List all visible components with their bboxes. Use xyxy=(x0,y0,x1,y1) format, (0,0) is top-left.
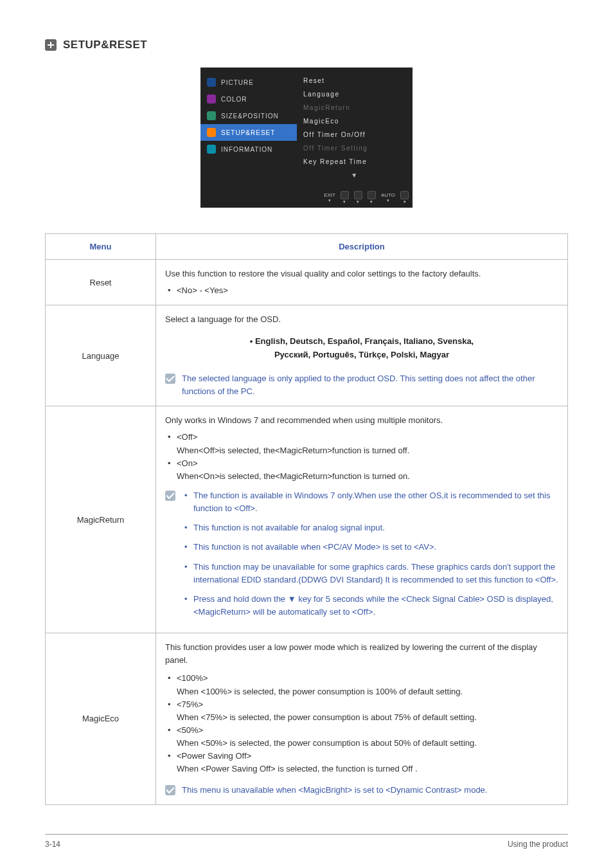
osd-left-label: INFORMATION xyxy=(221,146,272,153)
mr-off-label: <Off> xyxy=(177,431,558,444)
magiceco-option-label: <Power Saving Off> xyxy=(177,750,558,763)
mr-on-label: <On> xyxy=(177,457,558,470)
language-list-1: • English, Deutsch, Español, Français, I… xyxy=(165,335,558,348)
footer-right: Using the product xyxy=(508,840,568,849)
menu-magicreturn: MagicReturn xyxy=(46,406,156,633)
reset-intro: Use this function to restore the visual … xyxy=(165,267,558,280)
mr-on-desc: When<On>is selected, the<MagicReturn>fun… xyxy=(177,470,558,483)
desc-reset: Use this function to restore the visual … xyxy=(156,260,568,305)
osd-category-icon xyxy=(207,78,216,87)
osd-right-item: MagicReturn xyxy=(297,101,413,114)
osd-left-label: SIZE&POSITION xyxy=(221,113,279,120)
magiceco-option: <Power Saving Off>When <Power Saving Off… xyxy=(165,750,558,775)
magicreturn-intro: Only works in Windows 7 and recommended … xyxy=(165,414,558,427)
desc-language: Select a language for the OSD. • English… xyxy=(156,305,568,406)
section-heading: SETUP&RESET xyxy=(45,39,568,51)
osd-right-item: Off Timer On/Off xyxy=(297,128,413,141)
osd-right-item: Key Repeat Time xyxy=(297,155,413,168)
language-list-2: Русский, Português, Türkçe, Polski, Magy… xyxy=(165,348,558,362)
osd-category-icon xyxy=(207,145,216,154)
page-footer: 3-14 Using the product xyxy=(45,834,568,849)
osd-bottom-button: ▾ xyxy=(341,191,349,204)
osd-left-label: PICTURE xyxy=(221,79,254,86)
language-intro: Select a language for the OSD. xyxy=(165,313,558,326)
menu-language: Language xyxy=(46,305,156,406)
language-note: The selected language is only applied to… xyxy=(182,372,558,398)
osd-left-item: SIZE&POSITION xyxy=(200,107,297,124)
osd-bottom-button: EXIT▾ xyxy=(324,193,335,203)
osd-down-arrow-icon: ▼ xyxy=(297,168,413,182)
osd-bottom-button: ▾ xyxy=(354,191,362,204)
magiceco-option-desc: When <100%> is selected, the power consu… xyxy=(177,685,558,698)
magiceco-note: This menu is unavailable when <MagicBrig… xyxy=(182,784,558,797)
magiceco-option-label: <100%> xyxy=(177,672,558,685)
col-menu: Menu xyxy=(46,234,156,260)
osd-left-item: SETUP&RESET xyxy=(200,124,297,141)
magicreturn-note-item: This function is not available when <PC/… xyxy=(182,541,558,554)
magicreturn-note-item: This function may be unavailable for som… xyxy=(182,561,558,586)
osd-left-item: INFORMATION xyxy=(200,141,297,158)
magiceco-option-desc: When <Power Saving Off> is selected, the… xyxy=(177,763,558,775)
settings-table: Menu Description Reset Use this function… xyxy=(45,233,568,805)
osd-screenshot: PICTURECOLORSIZE&POSITIONSETUP&RESETINFO… xyxy=(200,68,413,208)
note-icon xyxy=(165,785,175,795)
magicreturn-note-item: This function is not available for analo… xyxy=(182,521,558,534)
menu-reset: Reset xyxy=(46,260,156,305)
osd-category-icon xyxy=(207,111,216,120)
osd-bottom-button: ▾ xyxy=(368,191,376,204)
reset-option: <No> - <Yes> xyxy=(165,284,558,297)
note-icon xyxy=(165,491,175,501)
desc-magicreturn: Only works in Windows 7 and recommended … xyxy=(156,406,568,633)
magiceco-option: <100%>When <100%> is selected, the power… xyxy=(165,672,558,698)
magiceco-option-desc: When <75%> is selected, the power consum… xyxy=(177,711,558,724)
note-icon xyxy=(165,374,175,384)
menu-magiceco: MagicEco xyxy=(46,633,156,805)
osd-left-item: COLOR xyxy=(200,91,297,107)
footer-left: 3-14 xyxy=(45,840,60,849)
osd-right-item: Off Timer Setting xyxy=(297,141,413,155)
setup-reset-icon xyxy=(45,39,57,51)
osd-category-icon xyxy=(207,95,216,104)
osd-left-label: SETUP&RESET xyxy=(221,129,275,136)
magiceco-option-label: <50%> xyxy=(177,724,558,737)
magicreturn-note-item: Press and hold down the ▼ key for 5 seco… xyxy=(182,593,558,619)
osd-left-label: COLOR xyxy=(221,96,247,103)
osd-right-item: Reset xyxy=(297,74,413,87)
magiceco-option-desc: When <50%> is selected, the power consum… xyxy=(177,737,558,750)
magiceco-option-label: <75%> xyxy=(177,698,558,711)
osd-right-item: Language xyxy=(297,87,413,101)
osd-bottom-button: AUTO▾ xyxy=(381,193,395,203)
magiceco-option: <75%>When <75%> is selected, the power c… xyxy=(165,698,558,724)
osd-left-item: PICTURE xyxy=(200,74,297,91)
magiceco-option: <50%>When <50%> is selected, the power c… xyxy=(165,724,558,750)
osd-bottom-button: ▾ xyxy=(400,191,409,204)
magicreturn-note-item: The function is available in Windows 7 o… xyxy=(182,489,558,515)
col-description: Description xyxy=(156,234,568,260)
osd-category-icon xyxy=(207,128,216,137)
mr-off-desc: When<Off>is selected, the<MagicReturn>fu… xyxy=(177,444,558,457)
section-title: SETUP&RESET xyxy=(63,39,147,51)
osd-right-item: MagicEco xyxy=(297,114,413,128)
desc-magiceco: This function provides user a low power … xyxy=(156,633,568,805)
magiceco-intro: This function provides user a low power … xyxy=(165,641,558,667)
